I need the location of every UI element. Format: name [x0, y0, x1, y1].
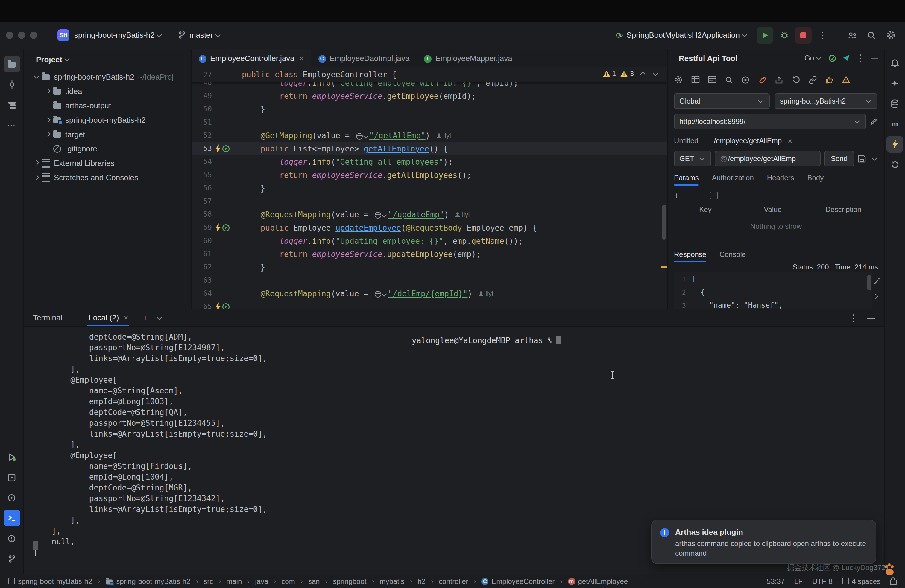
- code-line-63[interactable]: 63: [192, 273, 667, 287]
- rocket-icon[interactable]: [758, 75, 767, 84]
- code-line-62[interactable]: 62 }: [192, 261, 667, 273]
- tree-item-spring-boot-mybatis-h2[interactable]: spring-boot-myBatis-h2: [24, 113, 191, 127]
- editor-body[interactable]: 27 public class EmployeeController { 1 3…: [192, 67, 667, 309]
- target-icon[interactable]: [741, 75, 750, 84]
- line-ending[interactable]: LF: [794, 577, 803, 585]
- code-line-50[interactable]: 50 }: [192, 102, 667, 116]
- path-input[interactable]: @ /employee/getAllEmp: [714, 151, 821, 167]
- run-endpoint-icon[interactable]: [222, 145, 230, 153]
- caret-position[interactable]: 53:37: [767, 577, 785, 585]
- url-inlay-icon[interactable]: [375, 291, 386, 297]
- next-problem-icon[interactable]: [653, 71, 658, 76]
- run-endpoint-icon[interactable]: [222, 224, 230, 231]
- table-icon[interactable]: [691, 75, 700, 84]
- breadcrumb-item-employeecontroller[interactable]: CEmployeeController: [481, 577, 555, 585]
- tab-body[interactable]: Body: [807, 172, 824, 184]
- profiler-tool-icon[interactable]: [3, 489, 20, 506]
- edit-url-icon[interactable]: [870, 118, 878, 126]
- editor-scrollbar[interactable]: [662, 205, 666, 240]
- code-with-me-icon[interactable]: [844, 27, 861, 43]
- module-selector[interactable]: spring-bo...yBatis-h2: [775, 94, 878, 109]
- code-line-61[interactable]: 61 return employeeService.updateEmployee…: [192, 247, 667, 261]
- commit-tool-icon[interactable]: [3, 76, 20, 93]
- breadcrumb-item-san[interactable]: san: [308, 577, 320, 585]
- breadcrumb-item-com[interactable]: com: [281, 577, 295, 585]
- link-icon[interactable]: [808, 75, 817, 84]
- inspections-widget[interactable]: 1 3: [602, 70, 659, 78]
- tab-headers[interactable]: Headers: [767, 172, 794, 184]
- debug-button[interactable]: [776, 27, 792, 43]
- close-icon[interactable]: ×: [788, 136, 792, 145]
- tree-chevron-icon[interactable]: [32, 161, 41, 165]
- terminal-panel-title[interactable]: Terminal: [33, 313, 62, 322]
- tree-chevron-icon[interactable]: [32, 74, 41, 79]
- hide-terminal-icon[interactable]: —: [867, 313, 875, 322]
- history-icon[interactable]: [791, 75, 800, 84]
- arthas-bolt-icon[interactable]: [215, 223, 221, 232]
- code-line-55[interactable]: 55 return employeeService.getAllEmployee…: [192, 168, 667, 181]
- file-encoding[interactable]: UTF-8: [812, 577, 833, 585]
- breadcrumb-item-mybatis[interactable]: mybatis: [379, 577, 404, 585]
- code-line-49[interactable]: 49 return employeeService.getEmployee(em…: [192, 89, 667, 102]
- breadcrumb-item-spring-boot-mybatis-h2[interactable]: spring-boot-myBatis-h2: [8, 577, 92, 585]
- tree-item-target[interactable]: target: [24, 127, 191, 141]
- run-configuration-selector[interactable]: SpringBootMybatisH2Application: [626, 30, 740, 40]
- code-line-64[interactable]: 64 @RequestMapping(value = "/delEmp/{emp…: [192, 287, 667, 300]
- arthas-bolt-icon[interactable]: [215, 302, 221, 309]
- base-url-combo[interactable]: http://localhost:8999/: [674, 114, 866, 129]
- breadcrumb-item-h2[interactable]: h2: [418, 577, 426, 585]
- search-user-icon[interactable]: [724, 75, 733, 84]
- services-tool-icon[interactable]: [3, 469, 20, 486]
- plugin-status-icon[interactable]: [829, 54, 836, 62]
- vcs-widget[interactable]: master: [179, 30, 221, 40]
- write-lock-icon[interactable]: [890, 580, 897, 585]
- code-lines[interactable]: 48 logger.info("Getting employee with ID…: [192, 82, 667, 309]
- search-everywhere-button[interactable]: [863, 27, 880, 43]
- project-widget[interactable]: spring-boot-myBatis-h2: [74, 30, 155, 40]
- reformat-wand-icon[interactable]: [873, 277, 881, 285]
- indent-widget[interactable]: 4 spaces: [842, 577, 880, 585]
- prev-problem-icon[interactable]: [640, 72, 646, 77]
- terminal-tab-local[interactable]: Local (2) ×: [87, 310, 129, 326]
- breadcrumb-item-getallemployee[interactable]: mgetAllEmployee: [568, 577, 628, 585]
- tree-item-scratches-and-consoles[interactable]: Scratches and Consoles: [24, 170, 191, 184]
- breadcrumb-item-main[interactable]: main: [226, 577, 242, 585]
- tree-item-external-libraries[interactable]: External Libraries: [24, 156, 191, 170]
- notification-balloon[interactable]: i Arthas idea plugin arthas command copi…: [651, 520, 876, 564]
- code-line-58[interactable]: 58 @RequestMapping(value = "/updateEmp")…: [192, 208, 667, 221]
- window-zoom-button[interactable]: [30, 32, 37, 39]
- endpoints-tool-icon[interactable]: [886, 136, 903, 153]
- editor-tab-employeedaoimpl-java[interactable]: CEmployeeDaoImpl.java: [311, 49, 417, 67]
- remove-param-icon[interactable]: −: [689, 190, 694, 200]
- more-actions-button[interactable]: ⋮: [814, 27, 831, 43]
- notifications-tool-icon[interactable]: [886, 54, 903, 71]
- code-line-51[interactable]: 51: [192, 116, 667, 129]
- share-icon[interactable]: [775, 75, 783, 84]
- terminal-options-icon[interactable]: ⋮: [849, 312, 858, 323]
- tree-chevron-icon[interactable]: [44, 132, 52, 136]
- tree-item-spring-boot-mybatis-h2[interactable]: spring-boot-myBatis-h2~/IdeaProj: [24, 70, 191, 84]
- breadcrumb-item-controller[interactable]: controller: [439, 577, 468, 585]
- tree-chevron-icon[interactable]: [44, 118, 52, 122]
- code-line-65[interactable]: 65: [192, 300, 667, 309]
- breadcrumb-item-src[interactable]: src: [203, 577, 213, 585]
- settings-gear-icon[interactable]: [882, 27, 899, 43]
- code-line-53[interactable]: 53 public List<Employee> getAllEmployee(…: [192, 142, 667, 155]
- version-control-tool-icon[interactable]: [3, 550, 20, 567]
- code-line-52[interactable]: 52 @GetMapping(value = "/getAllEmp")liyl: [192, 129, 667, 142]
- send-plane-icon[interactable]: [842, 54, 850, 62]
- request-tab[interactable]: /employee/getAllEmp ×: [714, 136, 792, 145]
- report-icon[interactable]: [841, 75, 851, 84]
- more-tool-icon[interactable]: ⋯: [3, 117, 20, 133]
- response-editor[interactable]: 1[2 {3 "name": "Hansef",: [674, 272, 872, 309]
- url-inlay-icon[interactable]: [356, 133, 367, 139]
- method-selector[interactable]: GET: [674, 151, 711, 167]
- breadcrumb-item-springboot[interactable]: springboot: [333, 577, 366, 585]
- breadcrumb-item-java[interactable]: java: [255, 577, 268, 585]
- code-line-60[interactable]: 60 logger.info("Updating employee: {}", …: [192, 234, 667, 247]
- url-inlay-icon[interactable]: [375, 212, 386, 218]
- arthas-bolt-icon[interactable]: [215, 144, 221, 153]
- code-line-57[interactable]: 57: [192, 195, 667, 208]
- add-param-icon[interactable]: +: [674, 190, 680, 200]
- chevron-down-icon[interactable]: [157, 315, 162, 320]
